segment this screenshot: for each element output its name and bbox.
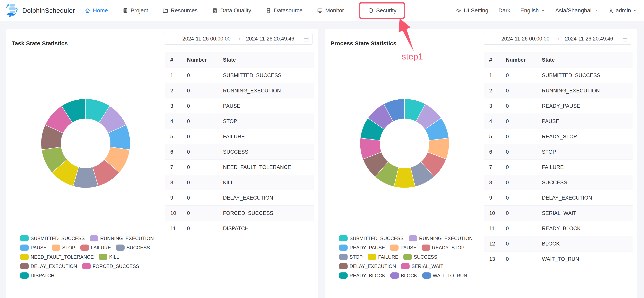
theme-label: Dark (498, 7, 510, 14)
nav-item-monitor[interactable]: Monitor (317, 7, 344, 14)
nav-item-project[interactable]: Project (122, 7, 148, 14)
legend-swatch (422, 244, 430, 251)
legend-item-stop[interactable]: STOP (339, 254, 363, 260)
panel-title: Process State Statistics (330, 40, 396, 47)
legend-label: PAUSE (30, 245, 47, 250)
nav-item-label: Security (376, 7, 396, 14)
legend-label: RUNNING_EXECUTION (419, 236, 472, 241)
legend-item-failure[interactable]: FAILURE (368, 254, 398, 260)
legend-item-stop[interactable]: STOP (52, 244, 75, 251)
nav-item-data-quality[interactable]: Data Quality (212, 7, 251, 14)
legend-item-dispatch[interactable]: DISPATCH (20, 272, 54, 278)
legend-item-failure[interactable]: FAILURE (80, 244, 111, 251)
legend-label: SERIAL_WAIT (412, 264, 443, 269)
language-select[interactable]: English (520, 7, 545, 14)
legend-label: BLOCK (401, 273, 417, 278)
legend-item-delay_execution[interactable]: DELAY_EXECUTION (20, 263, 77, 269)
legend-item-pause[interactable]: PAUSE (20, 244, 47, 251)
legend-swatch (20, 244, 29, 251)
table-row: 80SUCCESS (484, 175, 632, 190)
process-state-donut-chart (360, 98, 450, 188)
panel-divider (325, 49, 637, 49)
shield-icon (368, 8, 374, 14)
legend-item-ready_block[interactable]: READY_BLOCK (339, 272, 385, 278)
table-row: 130WAIT_TO_RUN (484, 252, 632, 267)
date-end[interactable]: 2024-11-26 20:49:46 (565, 36, 613, 42)
legend-label: KILL (109, 254, 119, 260)
legend-row: DELAY_EXECUTIONSERIAL_WAIT (339, 263, 473, 269)
brand-name: DolphinScheduler (22, 7, 75, 14)
legend-swatch (20, 235, 29, 242)
date-range-picker[interactable]: 2024-11-26 00:00:00 2024-11-26 20:49:46 (483, 33, 632, 44)
legend-label: READY_BLOCK (350, 273, 385, 278)
monitor-icon (317, 8, 323, 14)
timezone-select[interactable]: Asia/Shanghai (555, 7, 598, 14)
legend-item-pause[interactable]: PAUSE (390, 244, 416, 251)
legend-item-need_fault_tolerance[interactable]: NEED_FAULT_TOLERANCE (20, 254, 94, 260)
table-header-row: #NumberState (484, 52, 632, 68)
nav-item-resources[interactable]: Resources (162, 7, 198, 14)
theme-toggle[interactable]: Dark (498, 7, 510, 14)
date-range-picker[interactable]: 2024-11-26 00:00:00 2024-11-26 20:49:46 (164, 33, 312, 44)
nav-item-label: Project (130, 7, 148, 14)
home-icon (85, 8, 91, 14)
legend-swatch (422, 272, 431, 278)
legend-row: SUBMITTED_SUCCESSRUNNING_EXECUTION (20, 235, 154, 242)
navbar-right: UI Setting Dark English Asia/Shanghai ad… (456, 7, 638, 14)
brand[interactable]: DolphinScheduler (5, 3, 75, 18)
table-row: 80KILL (165, 175, 314, 190)
legend-item-success[interactable]: SUCCESS (116, 244, 150, 251)
panel-title: Task State Statistics (12, 40, 68, 47)
legend-item-serial_wait[interactable]: SERIAL_WAIT (401, 263, 443, 269)
legend-item-ready_stop[interactable]: READY_STOP (422, 244, 464, 251)
table-row: 100FORCED_SUCCESS (165, 206, 314, 221)
process-state-legend: SUBMITTED_SUCCESSRUNNING_EXECUTIONREADY_… (339, 235, 473, 278)
legend-swatch (20, 254, 29, 260)
ui-setting-button[interactable]: UI Setting (456, 7, 488, 14)
legend-item-wait_to_run[interactable]: WAIT_TO_RUN (422, 272, 467, 278)
legend-item-submitted_success[interactable]: SUBMITTED_SUCCESS (339, 235, 404, 242)
process-state-panel: Process State Statistics 2024-11-26 00:0… (325, 29, 637, 298)
legend-swatch (390, 244, 398, 251)
date-end[interactable]: 2024-11-26 20:49:46 (246, 36, 294, 42)
legend-item-kill[interactable]: KILL (99, 254, 119, 260)
nav-item-label: Datasource (274, 7, 302, 14)
legend-item-running_execution[interactable]: RUNNING_EXECUTION (408, 235, 472, 242)
date-start[interactable]: 2024-11-26 00:00:00 (182, 36, 230, 42)
task-state-donut-chart (41, 98, 130, 188)
legend-swatch (339, 254, 348, 260)
table-row: 90DELAY_EXECUTION (484, 190, 632, 206)
nav-item-security[interactable]: Security (368, 7, 396, 14)
legend-label: WAIT_TO_RUN (433, 273, 467, 278)
table-row: 100SERIAL_WAIT (484, 206, 632, 221)
task-state-legend: SUBMITTED_SUCCESSRUNNING_EXECUTIONPAUSES… (20, 235, 154, 278)
user-menu[interactable]: admin (608, 7, 638, 14)
legend-label: SUCCESS (126, 245, 150, 250)
chevron-down-icon (594, 8, 598, 13)
task-state-table: #NumberState10SUBMITTED_SUCCESS20RUNNING… (165, 52, 314, 236)
legend-item-forced_success[interactable]: FORCED_SUCCESS (82, 263, 139, 269)
main-menu: HomeProjectResourcesData QualityDatasour… (85, 2, 406, 19)
legend-label: NEED_FAULT_TOLERANCE (30, 254, 94, 260)
legend-swatch (80, 244, 89, 251)
legend-row: PAUSESTOPFAILURESUCCESS (20, 244, 154, 251)
nav-item-datasource[interactable]: Datasource (266, 7, 302, 14)
legend-label: READY_PAUSE (350, 245, 385, 250)
nav-item-label: Data Quality (220, 7, 251, 14)
table-row: 50READY_STOP (484, 129, 632, 144)
legend-item-submitted_success[interactable]: SUBMITTED_SUCCESS (20, 235, 85, 242)
legend-label: SUBMITTED_SUCCESS (350, 236, 404, 241)
legend-item-running_execution[interactable]: RUNNING_EXECUTION (90, 235, 154, 242)
table-row: 60STOP (484, 144, 632, 160)
legend-item-block[interactable]: BLOCK (390, 272, 417, 278)
ui-setting-label: UI Setting (464, 7, 488, 14)
gear-icon (456, 8, 462, 14)
table-row: 70FAILURE (484, 160, 632, 175)
legend-item-delay_execution[interactable]: DELAY_EXECUTION (339, 263, 396, 269)
legend-swatch (20, 263, 29, 269)
legend-item-ready_pause[interactable]: READY_PAUSE (339, 244, 385, 251)
date-start[interactable]: 2024-11-26 00:00:00 (501, 36, 550, 42)
legend-item-success[interactable]: SUCCESS (403, 254, 437, 260)
table-row: 90DELAY_EXECUTION (165, 190, 314, 206)
nav-item-home[interactable]: Home (85, 7, 108, 14)
